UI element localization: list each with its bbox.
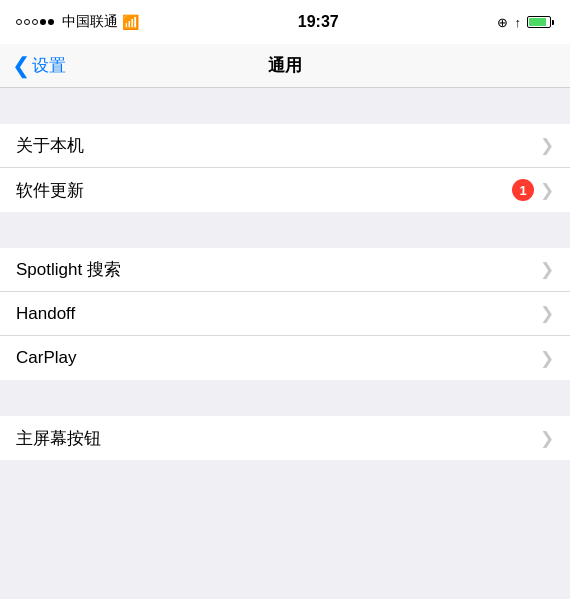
spotlight-label: Spotlight 搜索 <box>16 258 540 281</box>
chevron-right-icon: ❯ <box>540 259 554 280</box>
chevron-right-icon: ❯ <box>540 135 554 156</box>
signal-icon <box>16 19 54 25</box>
section-gap-2 <box>0 212 570 248</box>
list-item-software-update[interactable]: 软件更新 1 ❯ <box>0 168 570 212</box>
handoff-right: ❯ <box>540 303 554 324</box>
software-update-label: 软件更新 <box>16 179 512 202</box>
wifi-icon: 📶 <box>122 14 139 30</box>
list-item-carplay[interactable]: CarPlay ❯ <box>0 336 570 380</box>
home-button-label: 主屏幕按钮 <box>16 427 540 450</box>
page-title: 通用 <box>268 54 302 77</box>
update-badge: 1 <box>512 179 534 201</box>
chevron-right-icon: ❯ <box>540 428 554 449</box>
status-right: ⊕ ↑ <box>497 15 554 30</box>
lock-icon: ⊕ <box>497 15 508 30</box>
carplay-right: ❯ <box>540 348 554 369</box>
battery-icon <box>527 16 554 28</box>
back-label: 设置 <box>32 54 66 77</box>
handoff-label: Handoff <box>16 304 540 324</box>
status-bar: 中国联通 📶 19:37 ⊕ ↑ <box>0 0 570 44</box>
section-3: 主屏幕按钮 ❯ <box>0 416 570 460</box>
chevron-right-icon: ❯ <box>540 303 554 324</box>
about-right: ❯ <box>540 135 554 156</box>
list-item-home-button[interactable]: 主屏幕按钮 ❯ <box>0 416 570 460</box>
chevron-left-icon: ❮ <box>12 55 30 77</box>
chevron-right-icon: ❯ <box>540 180 554 201</box>
software-update-right: 1 ❯ <box>512 179 554 201</box>
section-gap-3 <box>0 380 570 416</box>
chevron-right-icon: ❯ <box>540 348 554 369</box>
section-1: 关于本机 ❯ 软件更新 1 ❯ <box>0 124 570 212</box>
content: 关于本机 ❯ 软件更新 1 ❯ Spotlight 搜索 ❯ Handoff ❯ <box>0 88 570 460</box>
status-time: 19:37 <box>298 13 339 31</box>
location-icon: ↑ <box>514 15 521 30</box>
list-item-about[interactable]: 关于本机 ❯ <box>0 124 570 168</box>
carrier-label: 中国联通 <box>62 13 118 31</box>
section-2: Spotlight 搜索 ❯ Handoff ❯ CarPlay ❯ <box>0 248 570 380</box>
back-button[interactable]: ❮ 设置 <box>12 54 66 77</box>
carplay-label: CarPlay <box>16 348 540 368</box>
list-item-handoff[interactable]: Handoff ❯ <box>0 292 570 336</box>
list-item-spotlight[interactable]: Spotlight 搜索 ❯ <box>0 248 570 292</box>
status-left: 中国联通 📶 <box>16 13 139 31</box>
section-gap-1 <box>0 88 570 124</box>
home-button-right: ❯ <box>540 428 554 449</box>
spotlight-right: ❯ <box>540 259 554 280</box>
nav-bar: ❮ 设置 通用 <box>0 44 570 88</box>
about-label: 关于本机 <box>16 134 540 157</box>
